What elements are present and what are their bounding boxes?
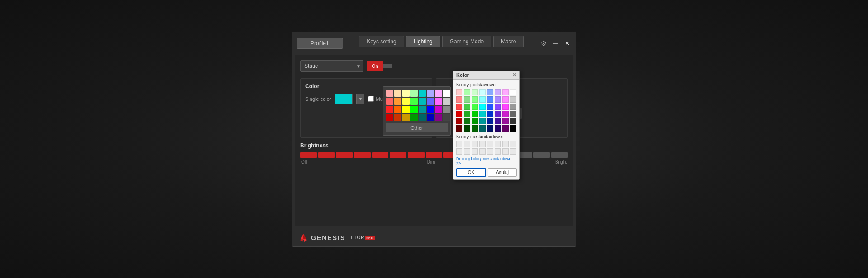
brightness-seg-6[interactable] [390,152,406,158]
color-cell[interactable] [427,114,434,121]
color-cell[interactable] [419,106,426,113]
color-cell[interactable] [394,98,401,105]
brightness-seg-15[interactable] [551,152,568,158]
color-cell[interactable] [386,98,393,105]
kolor-basic-cell[interactable] [479,89,486,95]
color-cell[interactable] [402,98,410,105]
color-cell[interactable] [386,114,393,121]
kolor-custom-cell[interactable] [495,148,501,155]
kolor-custom-cell[interactable] [487,148,493,155]
tab-macro[interactable]: Macro [493,36,524,47]
kolor-basic-cell[interactable] [502,104,509,110]
toggle-on-button[interactable]: On [367,61,383,71]
kolor-basic-cell[interactable] [495,104,501,110]
kolor-basic-cell[interactable] [487,89,493,95]
color-cell[interactable] [427,98,434,105]
brightness-seg-14[interactable] [533,152,550,158]
color-cell[interactable] [394,114,401,121]
color-cell[interactable] [443,98,450,105]
color-cell[interactable] [394,106,401,113]
kolor-basic-cell[interactable] [495,96,501,103]
tab-gaming-mode[interactable]: Gaming Mode [442,36,491,47]
color-cell[interactable] [410,106,418,113]
kolor-basic-cell[interactable] [464,125,470,132]
kolor-basic-cell[interactable] [487,125,493,132]
kolor-basic-cell[interactable] [479,125,486,132]
kolor-custom-cell[interactable] [510,148,516,155]
kolor-custom-cell[interactable] [464,141,470,147]
multicolor-checkbox[interactable] [368,96,374,102]
minimize-button[interactable]: ─ [552,39,560,47]
kolor-basic-cell[interactable] [510,104,516,110]
profile-button[interactable]: Profile1 [297,38,343,49]
kolor-basic-cell[interactable] [495,89,501,95]
other-button[interactable]: Other [386,123,448,132]
kolor-basic-cell[interactable] [456,111,462,117]
color-cell[interactable] [410,98,418,105]
color-cell[interactable] [386,90,393,97]
kolor-custom-cell[interactable] [487,141,493,147]
color-cell[interactable] [419,90,426,97]
color-dropdown-icon[interactable]: ▼ [356,94,364,104]
kolor-basic-cell[interactable] [502,111,509,117]
kolor-custom-cell[interactable] [472,141,478,147]
kolor-basic-cell[interactable] [479,96,486,103]
kolor-basic-cell[interactable] [487,111,493,117]
kolor-basic-cell[interactable] [472,104,478,110]
brightness-seg-3[interactable] [336,152,353,158]
kolor-basic-cell[interactable] [464,118,470,124]
brightness-seg-2[interactable] [318,152,335,158]
kolor-basic-cell[interactable] [464,111,470,117]
color-cell[interactable] [443,106,450,113]
kolor-basic-cell[interactable] [472,125,478,132]
color-cell[interactable] [419,114,426,121]
color-cell[interactable] [435,90,442,97]
tab-keys-setting[interactable]: Keys setting [359,36,404,47]
kolor-custom-cell[interactable] [479,141,486,147]
kolor-basic-cell[interactable] [502,89,509,95]
kolor-basic-cell[interactable] [464,104,470,110]
kolor-custom-cell[interactable] [502,148,509,155]
kolor-custom-cell[interactable] [456,141,462,147]
kolor-basic-cell[interactable] [479,104,486,110]
color-cell[interactable] [427,106,434,113]
color-cell[interactable] [419,98,426,105]
kolor-basic-cell[interactable] [510,118,516,124]
tab-lighting[interactable]: Lighting [406,36,440,47]
kolor-basic-cell[interactable] [487,96,493,103]
kolor-basic-cell[interactable] [510,89,516,95]
kolor-basic-cell[interactable] [456,125,462,132]
kolor-custom-cell[interactable] [456,148,462,155]
kolor-basic-cell[interactable] [472,118,478,124]
kolor-basic-cell[interactable] [487,104,493,110]
toggle-off-button[interactable] [383,64,392,68]
kolor-basic-cell[interactable] [479,118,486,124]
color-cell[interactable] [443,90,450,97]
brightness-seg-5[interactable] [372,152,389,158]
color-cell[interactable] [435,106,442,113]
kolor-custom-cell[interactable] [495,141,501,147]
kolor-basic-cell[interactable] [456,96,462,103]
brightness-seg-7[interactable] [408,152,425,158]
color-cell[interactable] [427,90,434,97]
kolor-basic-cell[interactable] [487,118,493,124]
kolor-basic-cell[interactable] [495,118,501,124]
kolor-basic-cell[interactable] [464,89,470,95]
kolor-basic-cell[interactable] [472,111,478,117]
mode-select[interactable]: Static [300,60,363,72]
kolor-basic-cell[interactable] [502,125,509,132]
kolor-basic-cell[interactable] [456,118,462,124]
brightness-seg-1[interactable] [300,152,317,158]
settings-icon[interactable]: ⚙ [540,39,548,47]
kolor-basic-cell[interactable] [502,118,509,124]
kolor-basic-cell[interactable] [472,96,478,103]
kolor-basic-cell[interactable] [456,104,462,110]
define-colors-link[interactable]: Definiuj kolory niestandardowe >> [456,156,517,165]
kolor-basic-cell[interactable] [495,111,501,117]
brightness-seg-4[interactable] [354,152,371,158]
kolor-cancel-button[interactable]: Anuluj [488,168,517,177]
kolor-custom-cell[interactable] [510,141,516,147]
color-cell[interactable] [443,114,450,121]
kolor-basic-cell[interactable] [472,89,478,95]
color-cell[interactable] [435,114,442,121]
